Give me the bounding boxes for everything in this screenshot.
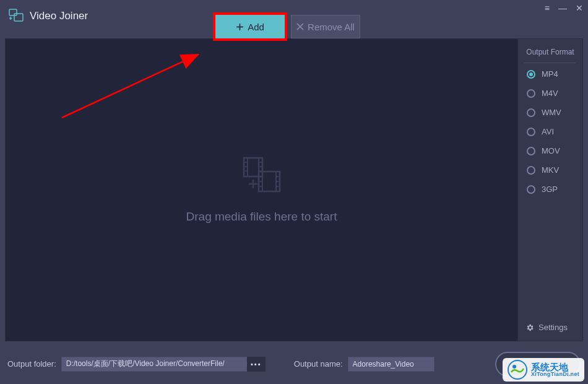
close-icon[interactable]: ✕ [576,4,583,12]
svg-rect-10 [244,158,262,177]
watermark-line2: XiTongTianDi.net [531,372,579,377]
format-label: MP4 [542,69,558,79]
radio-icon [527,166,535,175]
folder-input-group: ••• [61,357,266,372]
settings-button[interactable]: Settings [518,314,582,341]
add-button-label: Add [248,22,264,32]
format-label: M4V [542,89,558,98]
app-icon [9,9,24,24]
film-plus-icon [240,157,283,194]
x-icon [296,23,304,30]
svg-rect-11 [244,158,248,177]
output-folder-input[interactable] [61,357,247,372]
format-option-3gp[interactable]: 3GP [527,185,574,194]
output-folder-label: Output folder: [7,359,56,369]
main-area: Drag media files here to start Output Fo… [5,38,583,341]
radio-icon [527,147,535,155]
svg-point-31 [512,365,516,369]
svg-point-30 [508,360,527,379]
format-list: MP4M4VWMVAVIMOVMKV3GP [518,63,582,200]
format-sidebar: Output Format MP4M4VWMVAVIMOVMKV3GP Sett… [517,39,582,341]
plus-icon [236,23,244,31]
format-option-mkv[interactable]: MKV [527,165,574,175]
format-label: MKV [542,165,559,175]
format-option-m4v[interactable]: M4V [527,89,574,98]
dropzone-hint: Drag media files here to start [186,210,337,224]
toolbar: Add Remove All [215,15,360,38]
radio-icon [527,108,535,117]
svg-rect-1 [14,14,23,21]
radio-icon [527,89,535,98]
sidebar-title: Output Format [524,39,576,63]
bottom-bar: Output folder: ••• Output name: [0,344,588,384]
gear-icon [525,323,534,332]
watermark-line1: 系统天地 [531,362,579,372]
output-name-input[interactable] [348,357,435,372]
browse-button[interactable]: ••• [247,357,266,372]
svg-rect-0 [9,9,17,15]
minimize-icon[interactable]: — [558,4,567,12]
format-option-mp4[interactable]: MP4 [527,69,574,79]
radio-icon [527,185,535,194]
watermark-icon [508,360,527,380]
app-title: Video Joiner [30,10,88,22]
format-label: 3GP [542,185,558,194]
format-label: WMV [542,108,561,117]
dropzone[interactable]: Drag media files here to start [6,39,517,341]
remove-all-label: Remove All [308,22,355,32]
output-name-label: Output name: [294,359,343,369]
radio-icon [527,70,535,79]
settings-label: Settings [538,323,568,332]
format-option-mov[interactable]: MOV [527,146,574,155]
watermark: 系统天地 XiTongTianDi.net [503,358,584,382]
radio-icon [527,128,535,136]
format-option-avi[interactable]: AVI [527,127,574,136]
format-label: MOV [542,146,560,155]
menu-icon[interactable]: ≡ [545,4,550,12]
format-label: AVI [542,127,554,136]
add-button[interactable]: Add [215,15,285,38]
format-option-wmv[interactable]: WMV [527,108,574,117]
remove-all-button[interactable]: Remove All [291,15,360,38]
window-controls: ≡ — ✕ [545,4,583,12]
